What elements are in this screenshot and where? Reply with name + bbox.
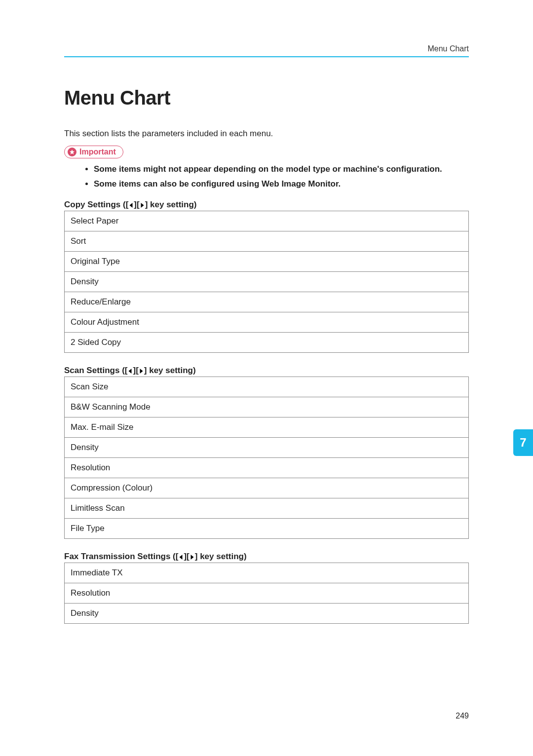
table-row: Select Paper [65, 211, 469, 231]
menu-item: Resolution [65, 583, 469, 604]
copy-settings-heading: Copy Settings ([][] key setting) [64, 200, 469, 210]
svg-marker-0 [70, 150, 75, 154]
table-row: File Type [65, 519, 469, 539]
svg-marker-1 [130, 203, 133, 208]
menu-item: Reduce/Enlarge [65, 292, 469, 312]
table-row: Colour Adjustment [65, 312, 469, 333]
menu-item: Resolution [65, 458, 469, 478]
heading-bracket: ][ [184, 552, 189, 561]
menu-item: Compression (Colour) [65, 478, 469, 498]
menu-item: 2 Sided Copy [65, 333, 469, 353]
page-container: Menu Chart Menu Chart This section lists… [0, 0, 533, 756]
running-header: Menu Chart [64, 44, 469, 53]
table-row: Compression (Colour) [65, 478, 469, 498]
page-title: Menu Chart [64, 87, 469, 109]
menu-item: Original Type [65, 252, 469, 272]
scan-settings-heading: Scan Settings ([][] key setting) [64, 366, 469, 376]
copy-settings-table: Select Paper Sort Original Type Density … [64, 211, 469, 353]
important-bullet-list: Some items might not appear depending on… [94, 164, 469, 189]
svg-marker-3 [129, 369, 132, 374]
menu-item: Density [65, 272, 469, 292]
important-bullet: Some items might not appear depending on… [94, 164, 469, 174]
intro-text: This section lists the parameters includ… [64, 129, 469, 139]
important-label: Important [79, 148, 116, 156]
heading-prefix: Fax Transmission Settings ([ [64, 552, 178, 561]
right-arrow-icon [139, 368, 144, 374]
table-row: 2 Sided Copy [65, 333, 469, 353]
heading-suffix: ] key setting) [195, 552, 247, 561]
table-row: Resolution [65, 458, 469, 478]
menu-item: Sort [65, 231, 469, 252]
fax-settings-table: Immediate TX Resolution Density [64, 563, 469, 624]
svg-marker-6 [190, 555, 193, 560]
table-row: Immediate TX [65, 563, 469, 583]
svg-marker-2 [141, 203, 144, 208]
heading-bracket: ][ [133, 366, 138, 375]
menu-item: Immediate TX [65, 563, 469, 583]
table-row: Density [65, 272, 469, 292]
table-row: Limitless Scan [65, 498, 469, 519]
left-arrow-icon [127, 368, 133, 374]
svg-marker-4 [140, 369, 143, 374]
heading-prefix: Copy Settings ([ [64, 200, 128, 209]
fax-settings-heading: Fax Transmission Settings ([][] key sett… [64, 552, 469, 562]
menu-item: File Type [65, 519, 469, 539]
menu-item: B&W Scanning Mode [65, 397, 469, 417]
svg-marker-5 [180, 555, 183, 560]
page-number: 249 [456, 712, 469, 720]
right-arrow-icon [190, 554, 195, 560]
table-row: Sort [65, 231, 469, 252]
header-rule [64, 56, 469, 57]
table-row: Density [65, 604, 469, 624]
table-row: Resolution [65, 583, 469, 604]
table-row: Scan Size [65, 377, 469, 397]
scan-settings-table: Scan Size B&W Scanning Mode Max. E-mail … [64, 377, 469, 539]
heading-suffix: ] key setting) [144, 366, 196, 375]
left-arrow-icon [128, 202, 134, 208]
menu-item: Max. E-mail Size [65, 417, 469, 438]
table-row: Original Type [65, 252, 469, 272]
menu-item: Density [65, 438, 469, 458]
menu-item: Limitless Scan [65, 498, 469, 519]
chapter-tab: 7 [513, 429, 533, 456]
important-bullet: Some items can also be configured using … [94, 179, 469, 189]
left-arrow-icon [178, 554, 184, 560]
menu-item: Colour Adjustment [65, 312, 469, 333]
menu-item: Scan Size [65, 377, 469, 397]
right-arrow-icon [140, 202, 145, 208]
heading-prefix: Scan Settings ([ [64, 366, 127, 375]
heading-suffix: ] key setting) [145, 200, 197, 209]
table-row: Density [65, 438, 469, 458]
table-row: Reduce/Enlarge [65, 292, 469, 312]
important-callout: Important [64, 146, 123, 158]
menu-item: Select Paper [65, 211, 469, 231]
menu-item: Density [65, 604, 469, 624]
important-star-icon [68, 148, 76, 156]
table-row: Max. E-mail Size [65, 417, 469, 438]
heading-bracket: ][ [134, 200, 139, 209]
table-row: B&W Scanning Mode [65, 397, 469, 417]
